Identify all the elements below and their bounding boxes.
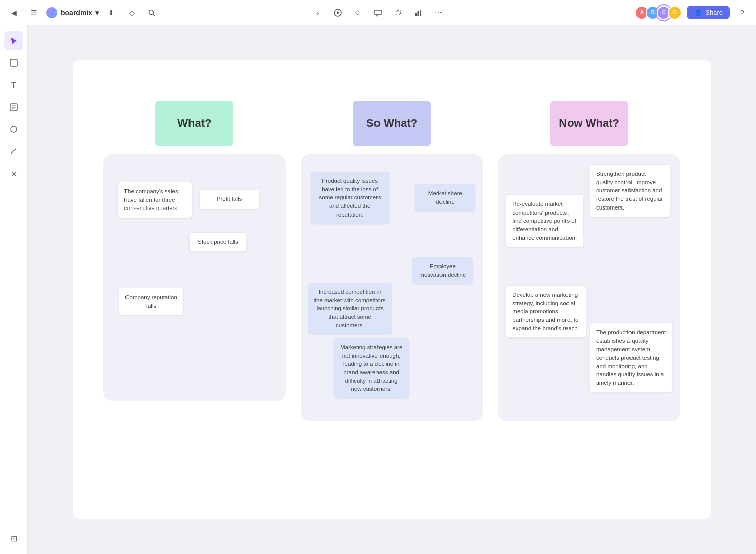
avatar-4: D [668, 6, 682, 20]
sidebar: T ✕ ··· ⊡ [0, 25, 28, 554]
brand-icon [46, 7, 57, 18]
sidebar-frame[interactable] [4, 53, 23, 73]
sidebar-shape[interactable] [4, 120, 23, 139]
sidebar-bottom[interactable]: ⊡ [4, 529, 23, 548]
sticky-n4[interactable]: The production department establishes a … [590, 323, 673, 393]
back-button[interactable]: ◀ [6, 5, 21, 20]
svg-rect-4 [415, 13, 417, 16]
col-header-so-what: So What? [353, 101, 431, 146]
toolbar-left: ◀ ☰ boardmix ▾ ⬇ ◇ [6, 5, 251, 20]
sticky-n1[interactable]: Strengthen product quality control, impr… [590, 164, 670, 217]
tag-button[interactable]: ◇ [124, 5, 139, 20]
toolbar: ◀ ☰ boardmix ▾ ⬇ ◇ › ✩ ⏱ ⋯ [0, 0, 756, 25]
svg-rect-7 [10, 59, 17, 66]
svg-point-12 [11, 126, 17, 132]
brand-name: boardmix [60, 9, 92, 17]
share-label: Share [705, 9, 723, 16]
sticky-w1[interactable]: The company's sales have fallen for thre… [117, 182, 192, 218]
svg-rect-5 [418, 11, 419, 16]
svg-line-1 [153, 14, 155, 16]
svg-rect-6 [420, 10, 421, 16]
nav-prev-button[interactable]: › [310, 5, 325, 20]
text-icon: T [11, 81, 16, 90]
toolbar-center: › ✩ ⏱ ⋯ [256, 5, 501, 20]
sidebar-connector[interactable]: ✕ [4, 164, 23, 183]
comment-button[interactable] [370, 5, 386, 20]
col-panel-now-what: Strengthen product quality control, impr… [498, 154, 680, 421]
col-header-what: What? [155, 101, 233, 146]
sticky-s4[interactable]: Increased competition in the market with… [308, 283, 392, 334]
sticky-w2[interactable]: Profit falls [199, 189, 260, 209]
sticky-w3[interactable]: Stock price falls [189, 232, 247, 252]
sticky-w4[interactable]: Company reputation falls [118, 288, 184, 315]
chart-button[interactable] [411, 5, 426, 20]
sticky-n2[interactable]: Re-evaluate market competitors' products… [506, 194, 584, 247]
share-button[interactable]: 👤 Share [687, 6, 730, 19]
download-button[interactable]: ⬇ [104, 5, 119, 20]
sidebar-pen[interactable] [4, 142, 23, 161]
canvas: What? The company's sales have fallen fo… [28, 25, 756, 554]
col-panel-what: The company's sales have fallen for thre… [103, 154, 286, 401]
sticky-s1[interactable]: Product quality issues have led to the l… [311, 172, 389, 224]
star-button[interactable]: ✩ [350, 5, 365, 20]
sidebar-text[interactable]: T [4, 76, 23, 95]
sticky-s3[interactable]: Employee motivation decline [412, 257, 473, 284]
board: What? The company's sales have fallen fo… [73, 60, 711, 519]
sticky-s2[interactable]: Market share decline [415, 184, 475, 211]
sticky-n3[interactable]: Develop a new marketing strategy, includ… [506, 285, 586, 338]
avatar-group: A B C D [635, 6, 682, 20]
brand-chevron: ▾ [95, 9, 99, 17]
help-button[interactable]: ? [735, 5, 750, 20]
column-so-what: So What? Product quality issues have led… [301, 101, 483, 421]
canvas-inner: What? The company's sales have fallen fo… [28, 25, 756, 554]
timer-button[interactable]: ⏱ [391, 5, 406, 20]
share-icon: 👤 [694, 9, 702, 16]
sticky-s5[interactable]: Marketing strategies are not innovative … [334, 338, 409, 398]
column-what: What? The company's sales have fallen fo… [103, 101, 286, 401]
columns: What? The company's sales have fallen fo… [73, 60, 711, 519]
column-now-what: Now What? Strengthen product quality con… [498, 101, 680, 421]
more-tools-button[interactable]: ⋯ [431, 5, 446, 20]
sidebar-cursor[interactable] [4, 31, 23, 50]
play-button[interactable] [330, 5, 345, 20]
col-panel-so-what: Product quality issues have led to the l… [301, 154, 483, 421]
sidebar-note[interactable] [4, 98, 23, 117]
toolbar-right: A B C D 👤 Share ? [505, 5, 750, 20]
menu-button[interactable]: ☰ [26, 5, 41, 20]
svg-marker-3 [337, 11, 340, 14]
col-header-now-what: Now What? [550, 101, 628, 146]
brand-logo[interactable]: boardmix ▾ [46, 7, 99, 18]
search-button[interactable] [144, 5, 159, 20]
